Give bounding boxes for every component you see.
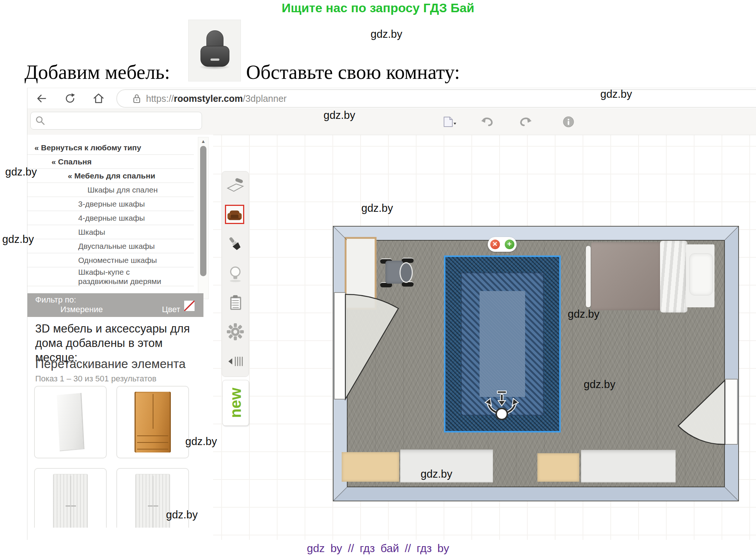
lighting-tool-icon[interactable] xyxy=(226,265,245,283)
title-furnish-room: Обставьте свою комнату: xyxy=(246,61,460,84)
sidebar-category[interactable]: « Спальня xyxy=(27,155,194,169)
watermark: gdz.by xyxy=(584,378,615,391)
white-cabinet-right[interactable] xyxy=(581,450,676,482)
worksheet-page: Ищите нас по запросу ГДЗ Бай Добавим меб… xyxy=(0,0,756,558)
watermark: gdz.by xyxy=(185,435,217,448)
results-count: Показ 1 – 30 из 501 результатов xyxy=(35,374,156,384)
filter-dimension[interactable]: Измерение xyxy=(60,305,103,314)
new-label: new xyxy=(227,388,245,418)
sidebar-scrollbar[interactable] xyxy=(198,137,209,299)
tool-strip xyxy=(222,171,249,377)
bed-footboard xyxy=(586,246,591,307)
catalog-sidebar: « Вернуться к любому типу« Спальня« Мебе… xyxy=(27,135,213,528)
sidebar-category[interactable]: Двуспальные шкафы xyxy=(27,239,194,253)
tan-dresser-left[interactable] xyxy=(342,452,399,482)
refresh-icon[interactable] xyxy=(64,92,76,105)
promo-banner: Ищите нас по запросу ГДЗ Бай xyxy=(0,1,756,15)
right-door-swing xyxy=(678,380,725,444)
url-text: https://roomstyler.com/3dplanner xyxy=(146,93,286,104)
watermark: gdz.by xyxy=(568,308,599,320)
title-add-furniture: Добавим мебель: xyxy=(24,61,170,84)
category-list: « Вернуться к любому типу« Спальня« Мебе… xyxy=(27,141,194,286)
sidebar-category[interactable]: « Вернуться к любому типу xyxy=(27,141,194,155)
wardrobe-thumbnail xyxy=(135,474,170,528)
corner-mat[interactable] xyxy=(345,237,377,310)
sidebar-category[interactable]: Шкафы xyxy=(27,225,194,239)
list-tool-icon[interactable] xyxy=(226,294,245,312)
furniture-armchair-icon xyxy=(226,206,243,223)
watermark: gdz.by xyxy=(600,88,632,100)
browser-navigation-bar: https://roomstyler.com/3dplanner xyxy=(27,88,756,108)
collapse-panel-icon[interactable] xyxy=(226,352,245,371)
sidebar-category[interactable]: Шкафы для спален xyxy=(27,183,194,197)
new-items-tab[interactable]: new xyxy=(222,380,249,426)
wardrobe-thumbnail xyxy=(135,392,171,452)
sidebar-category[interactable]: « Мебель для спальни xyxy=(27,169,194,183)
watermark: gdz.by xyxy=(2,233,34,245)
watermark: gdz.by xyxy=(5,166,37,178)
product-card[interactable] xyxy=(116,386,189,458)
delete-object-button[interactable] xyxy=(490,239,501,250)
bed-sheet xyxy=(660,241,687,313)
product-card[interactable] xyxy=(34,386,107,458)
left-door-leaf xyxy=(334,293,345,399)
search-field[interactable] xyxy=(30,112,202,130)
sidebar-category[interactable]: Одноместные шкафы xyxy=(27,253,194,267)
wall-finish-tool-icon[interactable] xyxy=(226,177,245,195)
undo-icon[interactable] xyxy=(480,115,494,129)
scrollbar-thumb[interactable] xyxy=(200,146,206,276)
rotate-handle[interactable] xyxy=(480,390,523,424)
sidebar-category[interactable]: 3-дверные шкафы xyxy=(27,197,194,211)
bed-blanket xyxy=(591,242,662,310)
rug-center-panel xyxy=(480,291,525,397)
no-color-icon[interactable] xyxy=(184,301,195,311)
watermark: gdz.by xyxy=(371,28,402,40)
room-floorplan[interactable] xyxy=(334,227,738,501)
new-plan-icon[interactable] xyxy=(442,115,456,129)
scroll-up-icon[interactable] xyxy=(198,138,208,144)
planner-toolbar xyxy=(27,108,756,135)
armchair-illustration xyxy=(188,20,241,81)
settings-tool-icon[interactable] xyxy=(226,323,245,341)
info-icon[interactable] xyxy=(561,115,576,129)
redo-icon[interactable] xyxy=(519,115,533,129)
duplicate-object-button[interactable] xyxy=(504,239,515,250)
sidebar-category[interactable]: Шкафы-купе с раздвижными дверями xyxy=(27,267,194,286)
watermark: gdz.by xyxy=(324,109,355,121)
object-action-pill xyxy=(488,237,517,252)
tan-dresser-right[interactable] xyxy=(537,453,579,482)
home-icon[interactable] xyxy=(92,92,105,105)
single-bed[interactable] xyxy=(586,241,714,313)
filter-bar: Фильтр по: Измерение Цвет xyxy=(27,293,203,317)
wardrobe-thumbnail xyxy=(57,393,84,451)
watermark: gdz.by xyxy=(361,202,393,214)
watermark: gdz.by xyxy=(166,509,198,521)
address-bar[interactable]: https://roomstyler.com/3dplanner xyxy=(116,89,756,108)
paint-tool-icon[interactable] xyxy=(226,235,245,254)
armchair-icon xyxy=(200,30,229,69)
right-door-leaf xyxy=(725,379,737,444)
filter-color[interactable]: Цвет xyxy=(162,305,180,314)
left-door-swing xyxy=(345,294,398,399)
bed-pillow xyxy=(689,253,713,295)
product-card[interactable] xyxy=(34,468,107,528)
filter-label: Фильтр по: xyxy=(35,295,76,305)
desk-chair[interactable] xyxy=(380,257,417,288)
watermark: gdz.by xyxy=(421,468,452,480)
sidebar-category[interactable]: 4-дверные шкафы xyxy=(27,211,194,225)
back-icon[interactable] xyxy=(35,92,48,105)
furniture-tool-selected[interactable] xyxy=(225,205,244,224)
search-input[interactable] xyxy=(49,116,202,126)
footer-watermark-line: gdz by // гдз бай // гдз by xyxy=(0,542,756,555)
lock-icon xyxy=(132,93,142,104)
wardrobe-thumbnail xyxy=(53,474,88,528)
drag-heading: Перетаскивание элемента xyxy=(35,357,186,371)
product-grid xyxy=(34,386,190,528)
search-icon xyxy=(35,116,46,126)
